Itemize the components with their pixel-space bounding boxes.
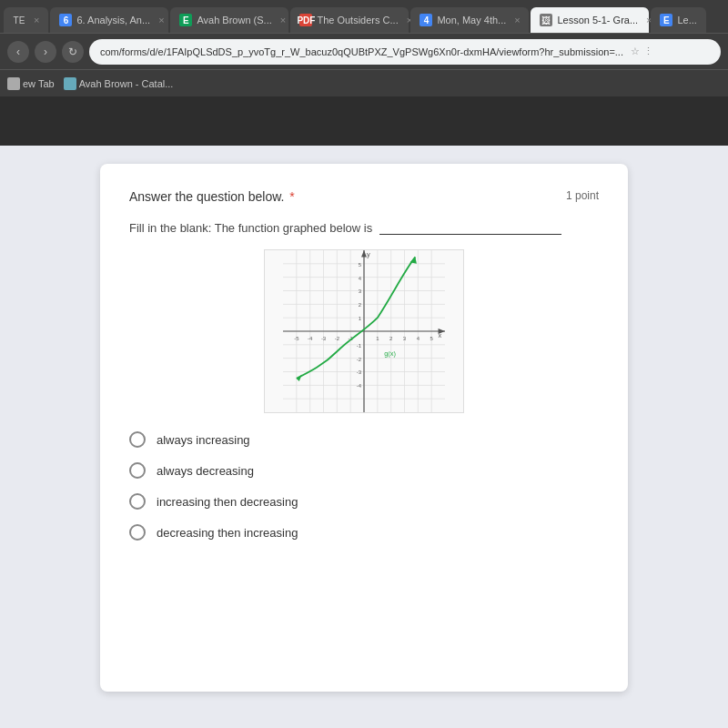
svg-text:1: 1 bbox=[359, 316, 361, 321]
address-text: com/forms/d/e/1FAIpQLSdDS_p_yvoTg_r_W_ba… bbox=[100, 46, 623, 57]
tab-analysis-label: 6. Analysis, An... bbox=[76, 15, 150, 25]
graph-container: x y -5 -4 -3 -2 -1 1 2 3 4 5 5 4 bbox=[129, 249, 599, 413]
address-bar-row: ‹ › ↻ com/forms/d/e/1FAIpQLSdDS_p_yvoTg_… bbox=[0, 33, 728, 69]
svg-text:y: y bbox=[367, 250, 370, 258]
option-always-increasing[interactable]: always increasing bbox=[129, 431, 599, 448]
address-bar[interactable]: com/forms/d/e/1FAIpQLSdDS_p_yvoTg_r_W_ba… bbox=[89, 39, 721, 65]
graph-svg: x y -5 -4 -3 -2 -1 1 2 3 4 5 5 4 bbox=[264, 249, 464, 413]
svg-text:-1: -1 bbox=[357, 343, 361, 349]
back-button[interactable]: ‹ bbox=[7, 41, 29, 63]
option-decreasing-then-increasing[interactable]: decreasing then increasing bbox=[129, 524, 599, 541]
forward-button[interactable]: › bbox=[35, 41, 56, 63]
tab-may-label: Mon, May 4th... bbox=[437, 15, 506, 25]
radio-always-increasing[interactable] bbox=[129, 431, 146, 448]
tab-te-favicon: TE bbox=[13, 14, 25, 26]
svg-text:-4: -4 bbox=[308, 336, 313, 341]
bookmark-new-tab[interactable]: ew Tab bbox=[7, 77, 55, 90]
tab-more-label: Le... bbox=[677, 15, 696, 25]
radio-options: always increasing always decreasing incr… bbox=[129, 431, 599, 541]
bookmark-new-tab-label: ew Tab bbox=[23, 78, 55, 89]
svg-text:5: 5 bbox=[359, 262, 362, 268]
star-icon[interactable]: ☆ bbox=[631, 46, 640, 57]
bookmarks-bar: ew Tab Avah Brown - Catal... bbox=[0, 69, 728, 96]
tab-more[interactable]: E Le... bbox=[651, 7, 705, 33]
tab-avah-label: Avah Brown (S... bbox=[197, 15, 271, 25]
tab-avah[interactable]: E Avah Brown (S... × bbox=[170, 7, 288, 33]
svg-text:-2: -2 bbox=[335, 336, 339, 341]
bookmark-avah-icon bbox=[64, 77, 76, 90]
browser-chrome: TE × 6 6. Analysis, An... × E Avah Brown… bbox=[0, 0, 728, 146]
fill-blank-prefix: Fill in the blank: The function graphed … bbox=[129, 221, 372, 235]
svg-text:4: 4 bbox=[359, 276, 362, 281]
menu-icon[interactable]: ⋮ bbox=[643, 46, 653, 57]
tab-may[interactable]: 4 Mon, May 4th... × bbox=[410, 7, 529, 33]
svg-text:3: 3 bbox=[403, 336, 407, 341]
question-header: Answer the question below. * 1 point bbox=[129, 189, 599, 204]
svg-text:2: 2 bbox=[359, 302, 361, 308]
option-increasing-then-decreasing-label: increasing then decreasing bbox=[157, 495, 298, 509]
svg-text:1: 1 bbox=[376, 336, 379, 341]
option-always-increasing-label: always increasing bbox=[157, 433, 250, 447]
svg-text:-3: -3 bbox=[357, 369, 362, 375]
svg-text:3: 3 bbox=[359, 288, 362, 294]
form-card: Answer the question below. * 1 point Fil… bbox=[100, 164, 628, 692]
svg-text:-5: -5 bbox=[294, 336, 299, 341]
page-content: Answer the question below. * 1 point Fil… bbox=[0, 146, 728, 728]
points-label: 1 point bbox=[566, 189, 599, 202]
svg-text:2: 2 bbox=[389, 336, 392, 341]
tab-may-favicon: 4 bbox=[420, 14, 432, 26]
tab-lesson[interactable]: 🖼 Lesson 5-1- Gra... × bbox=[531, 7, 649, 33]
tab-lesson-label: Lesson 5-1- Gra... bbox=[557, 15, 638, 25]
tab-avah-close[interactable]: × bbox=[280, 15, 286, 25]
tab-te-close[interactable]: × bbox=[34, 15, 39, 25]
svg-text:-2: -2 bbox=[357, 357, 361, 362]
tab-bar: TE × 6 6. Analysis, An... × E Avah Brown… bbox=[0, 0, 728, 33]
svg-text:x: x bbox=[439, 331, 442, 339]
tab-more-favicon: E bbox=[660, 14, 672, 26]
option-always-decreasing-label: always decreasing bbox=[157, 464, 254, 478]
question-title-text: Answer the question below. bbox=[129, 189, 284, 204]
radio-increasing-then-decreasing[interactable] bbox=[129, 493, 146, 510]
graph-label: g(x) bbox=[384, 349, 396, 358]
fill-blank-text: Fill in the blank: The function graphed … bbox=[129, 220, 599, 235]
option-increasing-then-decreasing[interactable]: increasing then decreasing bbox=[129, 493, 599, 510]
svg-text:5: 5 bbox=[430, 336, 434, 341]
blank-line bbox=[379, 220, 561, 235]
svg-text:-4: -4 bbox=[357, 383, 362, 389]
option-always-decreasing[interactable]: always decreasing bbox=[129, 462, 599, 479]
tab-analysis-favicon: 6 bbox=[59, 14, 72, 26]
svg-text:-3: -3 bbox=[321, 336, 327, 341]
tab-lesson-favicon: 🖼 bbox=[540, 14, 552, 26]
tab-analysis-close[interactable]: × bbox=[158, 15, 164, 25]
reload-button[interactable]: ↻ bbox=[62, 41, 84, 63]
tab-te[interactable]: TE × bbox=[4, 7, 48, 33]
svg-text:4: 4 bbox=[417, 336, 420, 341]
bookmark-avah-label: Avah Brown - Catal... bbox=[79, 78, 174, 89]
tab-outsiders-label: The Outsiders C... bbox=[317, 15, 398, 25]
tab-outsiders[interactable]: PDF The Outsiders C... × bbox=[290, 7, 409, 33]
tab-may-close[interactable]: × bbox=[514, 15, 520, 25]
tab-analysis[interactable]: 6 6. Analysis, An... × bbox=[50, 7, 168, 33]
bookmark-avah[interactable]: Avah Brown - Catal... bbox=[64, 77, 174, 90]
option-decreasing-then-increasing-label: decreasing then increasing bbox=[157, 526, 298, 540]
radio-always-decreasing[interactable] bbox=[129, 462, 146, 479]
required-marker: * bbox=[289, 189, 294, 204]
tab-outsiders-favicon: PDF bbox=[299, 14, 312, 26]
radio-decreasing-then-increasing[interactable] bbox=[129, 524, 146, 541]
question-title: Answer the question below. * bbox=[129, 189, 295, 204]
tab-avah-favicon: E bbox=[179, 14, 192, 26]
bookmark-new-tab-icon bbox=[7, 77, 20, 90]
